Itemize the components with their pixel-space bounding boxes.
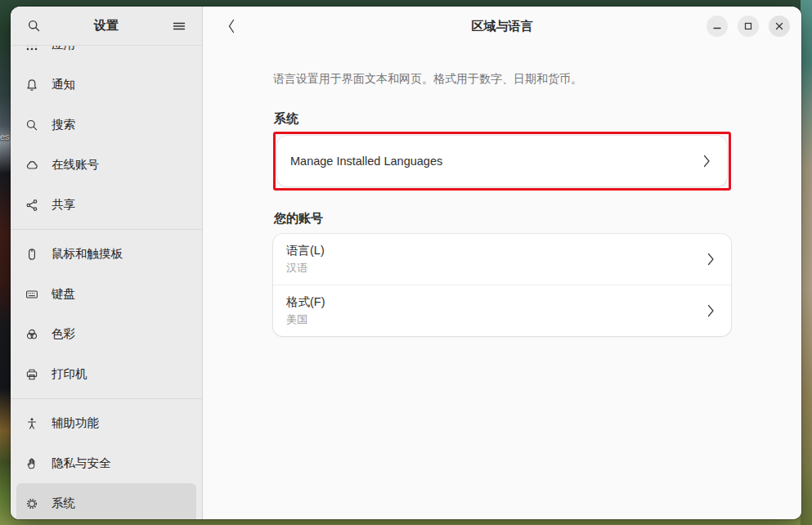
chevron-left-icon bbox=[227, 18, 236, 34]
search-icon bbox=[25, 119, 38, 132]
section-title-your-account: 您的账号 bbox=[274, 211, 731, 227]
sidebar-item-label: 辅助功能 bbox=[52, 415, 99, 431]
highlight-annotation-box: Manage Installed Languages bbox=[273, 132, 731, 191]
sidebar-divider bbox=[11, 229, 202, 230]
sidebar-search-button[interactable] bbox=[20, 13, 47, 39]
hand-icon bbox=[25, 457, 38, 470]
sidebar-item-label: 隐私与安全 bbox=[52, 455, 111, 471]
sidebar-item-privacy-security[interactable]: 隐私与安全 bbox=[16, 443, 196, 483]
maximize-icon bbox=[743, 21, 753, 31]
section-title-system: 系统 bbox=[274, 111, 731, 127]
sidebar-item-printers[interactable]: 打印机 bbox=[16, 354, 196, 394]
sidebar-item-search[interactable]: 搜索 bbox=[16, 105, 196, 145]
main-menu-button[interactable] bbox=[166, 13, 192, 39]
main-header: 区域与语言 bbox=[203, 7, 801, 46]
sidebar-item-label: 系统 bbox=[52, 496, 75, 511]
sidebar-item-label: 应用 bbox=[52, 46, 75, 52]
close-icon bbox=[774, 21, 784, 31]
system-languages-card: Manage Installed Languages bbox=[277, 136, 727, 186]
sidebar-item-label: 鼠标和触摸板 bbox=[52, 246, 123, 262]
sidebar-item-notifications[interactable]: 通知 bbox=[16, 65, 196, 105]
desktop-icon-label-fragment: es bbox=[0, 132, 10, 141]
sidebar-item-label: 色彩 bbox=[52, 326, 75, 342]
row-title: 语言(L) bbox=[286, 243, 325, 258]
formats-row[interactable]: 格式(F) 美国 bbox=[273, 285, 731, 336]
search-icon bbox=[27, 19, 41, 33]
sidebar-item-accessibility[interactable]: 辅助功能 bbox=[16, 403, 196, 443]
sidebar-item-color[interactable]: 色彩 bbox=[16, 314, 196, 354]
sidebar-divider bbox=[11, 398, 202, 399]
region-language-content: 语言设置用于界面文本和网页。格式用于数字、日期和货币。 系统 Manage In… bbox=[203, 46, 801, 519]
sidebar-item-sharing[interactable]: 共享 bbox=[16, 185, 196, 225]
sidebar-item-system[interactable]: 系统 bbox=[16, 483, 196, 519]
sidebar-nav: 应用 通知 搜索 在线账号 共享 鼠标和触摸板 bbox=[11, 46, 202, 519]
keyboard-icon bbox=[25, 288, 38, 301]
cloud-icon bbox=[25, 159, 38, 172]
settings-window: 设置 应用 通知 搜索 在线账号 bbox=[11, 7, 801, 519]
chevron-right-icon bbox=[707, 253, 715, 266]
minimize-button[interactable] bbox=[707, 16, 728, 37]
row-title: Manage Installed Languages bbox=[290, 155, 442, 168]
sidebar-item-apps[interactable]: 应用 bbox=[16, 46, 196, 65]
bell-icon bbox=[25, 79, 38, 92]
page-description: 语言设置用于界面文本和网页。格式用于数字、日期和货币。 bbox=[273, 70, 731, 87]
maximize-button[interactable] bbox=[738, 16, 759, 37]
sidebar: 设置 应用 通知 搜索 在线账号 bbox=[11, 7, 203, 519]
back-button[interactable] bbox=[219, 13, 244, 39]
apps-grid-icon bbox=[25, 46, 38, 52]
color-icon bbox=[25, 328, 38, 341]
main-panel: 区域与语言 语言设置用于界面文本和网页。格式用于数字、日期和货币。 系统 bbox=[203, 7, 801, 519]
desktop-background-strip bbox=[801, 0, 812, 525]
sidebar-item-label: 在线账号 bbox=[52, 157, 99, 173]
sidebar-item-online-accounts[interactable]: 在线账号 bbox=[16, 145, 196, 185]
row-value: 美国 bbox=[286, 312, 325, 327]
sidebar-item-label: 共享 bbox=[52, 197, 75, 213]
language-row[interactable]: 语言(L) 汉语 bbox=[273, 234, 731, 285]
hamburger-menu-icon bbox=[173, 20, 186, 33]
sidebar-item-label: 通知 bbox=[52, 77, 75, 92]
chevron-right-icon bbox=[707, 304, 715, 317]
printer-icon bbox=[25, 368, 38, 381]
chevron-right-icon bbox=[703, 155, 711, 168]
close-button[interactable] bbox=[769, 16, 790, 37]
sidebar-item-label: 搜索 bbox=[52, 117, 75, 132]
sidebar-item-keyboard[interactable]: 键盘 bbox=[16, 274, 196, 314]
mouse-icon bbox=[25, 248, 38, 261]
manage-installed-languages-row[interactable]: Manage Installed Languages bbox=[277, 136, 727, 186]
accessibility-icon bbox=[25, 417, 38, 430]
gear-icon bbox=[25, 497, 38, 510]
share-icon bbox=[25, 199, 38, 212]
sidebar-item-label: 键盘 bbox=[52, 286, 75, 302]
row-title: 格式(F) bbox=[286, 294, 325, 310]
row-value: 汉语 bbox=[286, 261, 325, 276]
sidebar-header: 设置 bbox=[11, 7, 202, 46]
minimize-icon bbox=[712, 21, 722, 31]
sidebar-item-label: 打印机 bbox=[52, 366, 87, 382]
account-language-card: 语言(L) 汉语 格式(F) 美国 bbox=[273, 234, 731, 336]
sidebar-item-mouse-touchpad[interactable]: 鼠标和触摸板 bbox=[16, 234, 196, 274]
window-controls bbox=[707, 16, 790, 37]
